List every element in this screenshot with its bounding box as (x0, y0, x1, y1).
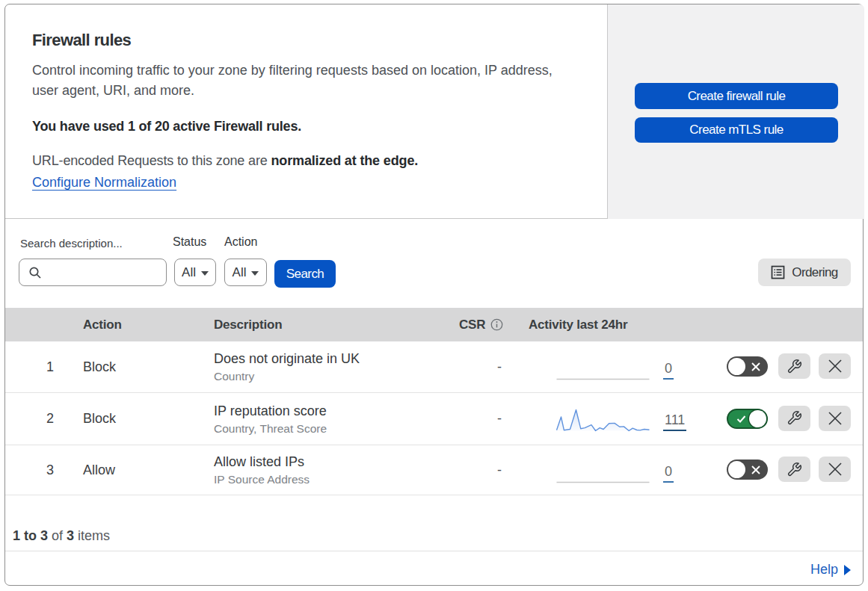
activity-sparkline (556, 356, 650, 384)
search-description-label: Search description... (20, 237, 123, 250)
rule-description-title: Allow listed IPs (214, 454, 310, 470)
rule-action: Allow (83, 445, 115, 495)
items-count: 1 to 3 of 3 items (13, 528, 110, 544)
intro-description: Control incoming traffic to your zone by… (32, 61, 563, 101)
items-range: 1 to 3 (13, 528, 48, 543)
rule-criteria: Country, Threat Score (214, 421, 327, 435)
help-link-label: Help (810, 562, 838, 578)
x-icon (751, 362, 761, 372)
action-dropdown[interactable]: All (224, 259, 267, 286)
table-header: Action Description CSR Activity last 24h… (5, 308, 863, 341)
items-word: items (74, 528, 110, 543)
normalization-note: URL-encoded Requests to this zone are no… (32, 153, 418, 169)
chevron-right-icon (844, 565, 851, 575)
activity-count-link[interactable]: 0 (663, 464, 674, 483)
status-dropdown-value: All (182, 265, 196, 280)
rule-criteria: IP Source Address (214, 473, 310, 486)
action-label: Action (224, 235, 257, 249)
table-row: 3 Allow Allow listed IPs IP Source Addre… (5, 445, 863, 495)
delete-rule-button[interactable] (819, 406, 851, 431)
activity-sparkline (556, 460, 650, 487)
status-dropdown[interactable]: All (174, 259, 216, 286)
ordering-button[interactable]: Ordering (758, 259, 851, 286)
rule-action: Block (83, 393, 116, 445)
intro-actions-panel (607, 4, 864, 219)
rule-enabled-toggle[interactable] (727, 356, 768, 377)
rule-description: Allow listed IPs IP Source Address (214, 454, 310, 486)
search-input[interactable] (43, 261, 163, 284)
sparkline-svg (556, 408, 650, 433)
ordering-button-label: Ordering (792, 265, 837, 280)
edit-rule-button[interactable] (778, 457, 810, 482)
rule-description-title: IP reputation score (214, 403, 327, 418)
rule-description-title: Does not originate in UK (214, 351, 360, 367)
normalization-note-bold: normalized at the edge. (271, 153, 419, 168)
activity-count-link[interactable]: 111 (663, 412, 686, 431)
create-mtls-rule-button[interactable]: Create mTLS rule (635, 117, 838, 143)
configure-normalization-link[interactable]: Configure Normalization (32, 175, 176, 191)
rule-number: 3 (35, 445, 65, 495)
close-icon (827, 358, 843, 374)
edit-rule-button[interactable] (778, 353, 810, 379)
column-header-csr: CSR (459, 308, 503, 341)
csr-header-label: CSR (459, 318, 485, 332)
search-box[interactable] (19, 259, 167, 286)
column-header-action: Action (83, 308, 122, 341)
close-icon (827, 461, 843, 477)
wrench-icon (787, 359, 802, 374)
wrench-icon (787, 462, 802, 477)
edit-rule-button[interactable] (778, 406, 810, 431)
search-button[interactable]: Search (274, 260, 336, 288)
rule-criteria: Country (214, 370, 360, 383)
delete-rule-button[interactable] (819, 457, 851, 482)
toggle-state-icon (736, 410, 747, 427)
toggle-state-icon (751, 460, 761, 480)
x-icon (751, 465, 761, 475)
column-header-description: Description (214, 308, 282, 341)
info-icon[interactable] (490, 318, 503, 331)
normalization-note-text: URL-encoded Requests to this zone are (32, 153, 271, 168)
rule-csr-value: - (490, 393, 509, 445)
items-of: of (48, 528, 67, 543)
toggle-knob (728, 461, 745, 478)
intro-section: Firewall rules Control incoming traffic … (5, 4, 863, 219)
footer-divider (5, 551, 863, 551)
ordering-list-icon (771, 265, 785, 279)
toggle-knob (728, 358, 745, 375)
search-icon (28, 266, 43, 280)
rule-enabled-toggle[interactable] (727, 460, 768, 480)
usage-summary: You have used 1 of 20 active Firewall ru… (32, 119, 301, 134)
delete-rule-button[interactable] (819, 353, 851, 379)
sparkline-svg (556, 356, 650, 381)
rule-csr-value: - (490, 341, 509, 392)
table-row: 2 Block IP reputation score Country, Thr… (5, 393, 863, 445)
status-label: Status (173, 235, 206, 249)
rule-number: 1 (35, 341, 65, 392)
rule-number: 2 (35, 393, 65, 445)
items-total: 3 (67, 528, 74, 543)
rule-csr-value: - (490, 445, 509, 495)
create-firewall-rule-button[interactable]: Create firewall rule (635, 83, 838, 109)
column-header-activity: Activity last 24hr (529, 308, 627, 341)
firewall-rules-card: Firewall rules Control incoming traffic … (4, 4, 864, 586)
rule-action: Block (83, 341, 116, 392)
check-icon (736, 413, 747, 424)
rule-description: Does not originate in UK Country (214, 351, 360, 383)
rule-description: IP reputation score Country, Threat Scor… (214, 403, 327, 435)
page-title: Firewall rules (32, 31, 131, 50)
action-dropdown-value: All (233, 265, 247, 280)
toggle-state-icon (751, 356, 761, 377)
help-link[interactable]: Help (810, 562, 851, 578)
table-row: 1 Block Does not originate in UK Country… (5, 341, 863, 393)
chevron-down-icon (201, 271, 209, 276)
activity-sparkline (556, 408, 650, 436)
sparkline-svg (556, 460, 650, 484)
toggle-knob (749, 410, 766, 427)
chevron-down-icon (251, 271, 259, 276)
wrench-icon (787, 410, 802, 426)
close-icon (827, 410, 843, 427)
rule-enabled-toggle[interactable] (727, 409, 768, 429)
activity-count-link[interactable]: 0 (663, 361, 674, 380)
